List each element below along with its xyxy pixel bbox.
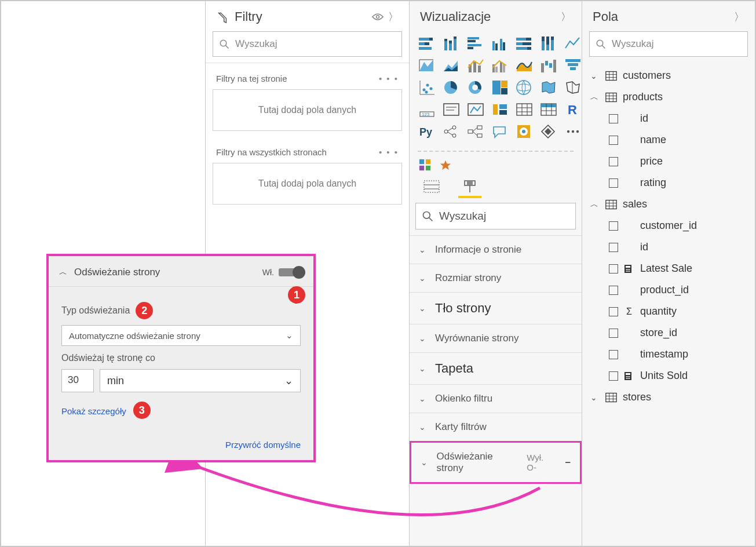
format-page-align[interactable]: ⌄Wyrównanie strony <box>410 324 582 352</box>
fields-column-store_id[interactable]: store_id <box>585 322 753 344</box>
svg-point-0 <box>377 16 379 19</box>
python-visual-icon[interactable]: Py <box>418 123 436 140</box>
waterfall-icon[interactable] <box>539 57 558 74</box>
more-icon[interactable]: • • • <box>379 147 399 157</box>
restore-defaults-link[interactable]: Przywróć domyślne <box>61 440 301 450</box>
refresh-toggle[interactable] <box>279 268 303 276</box>
fields-tab[interactable] <box>422 178 441 195</box>
line-clustered-column-icon[interactable] <box>491 57 509 74</box>
checkbox[interactable] <box>609 157 618 166</box>
checkbox[interactable] <box>609 136 618 145</box>
viz-format-search[interactable]: Wyszukaj <box>415 203 576 229</box>
stacked-bar-icon[interactable] <box>418 35 436 52</box>
checkbox[interactable] <box>609 307 618 316</box>
fields-column-price[interactable]: price <box>585 151 753 172</box>
marketplace-star-icon[interactable] <box>440 159 451 171</box>
scatter-icon[interactable] <box>418 79 436 96</box>
funnel-icon[interactable] <box>564 57 582 74</box>
svg-rect-47 <box>570 67 576 70</box>
refresh-interval-input[interactable]: 30 <box>61 369 94 392</box>
decomposition-tree-icon[interactable] <box>466 123 485 140</box>
checkbox[interactable] <box>609 329 618 338</box>
svg-point-130 <box>626 269 627 270</box>
stacked-column-icon[interactable] <box>442 35 461 52</box>
fields-column-product_id[interactable]: product_id <box>585 279 753 301</box>
arcgis-icon[interactable] <box>515 123 534 140</box>
calculator-icon <box>624 264 634 274</box>
svg-point-95 <box>522 130 525 133</box>
card-icon[interactable] <box>442 101 461 118</box>
pie-icon[interactable] <box>442 79 461 96</box>
format-filter-pane[interactable]: ⌄Okienko filtru <box>410 384 582 413</box>
collapse-icon[interactable]: 〉 <box>388 10 399 24</box>
chevron-up-icon[interactable]: ︿ <box>59 267 67 278</box>
fields-table-products[interactable]: ︿products <box>585 86 753 108</box>
checkbox[interactable] <box>609 286 618 295</box>
fields-column-id[interactable]: id <box>585 108 753 129</box>
clustered-column-icon[interactable] <box>491 35 509 52</box>
svg-line-110 <box>429 218 433 221</box>
format-filter-cards[interactable]: ⌄Karty filtrów <box>410 413 582 441</box>
line-stacked-column-icon[interactable] <box>466 57 485 74</box>
fields-column-name[interactable]: name <box>585 129 753 151</box>
format-page-refresh[interactable]: ⌄ Odświeżanie strony Wył. O- – <box>411 443 580 482</box>
refresh-unit-select[interactable]: min ⌄ <box>100 369 301 392</box>
gauge-icon[interactable]: 123 <box>418 101 436 118</box>
clustered-bar-icon[interactable] <box>466 35 485 52</box>
fields-table-stores[interactable]: ⌄stores <box>585 386 753 408</box>
matrix-icon[interactable] <box>539 101 558 118</box>
fields-column-id[interactable]: id <box>585 236 753 258</box>
donut-icon[interactable] <box>466 79 485 96</box>
format-page-background[interactable]: ⌄Tło strony <box>410 292 582 324</box>
fields-column-Latest-Sale[interactable]: Latest Sale <box>585 258 753 279</box>
collapse-icon[interactable]: 〉 <box>561 10 571 24</box>
refresh-type-select[interactable]: Automatyczne odświeżanie strony ⌄ <box>61 325 301 346</box>
treemap-icon[interactable] <box>491 79 509 96</box>
fields-column-customer_id[interactable]: customer_id <box>585 215 753 236</box>
filters-search[interactable]: Wyszukaj <box>213 31 402 57</box>
filters-page-dropzone[interactable]: Tutaj dodaj pola danych <box>213 89 402 131</box>
fields-column-timestamp[interactable]: timestamp <box>585 344 753 365</box>
format-wallpaper[interactable]: ⌄Tapeta <box>410 352 582 384</box>
more-visuals-icon[interactable] <box>564 123 582 140</box>
checkbox[interactable] <box>609 178 618 188</box>
multi-row-card-icon[interactable] <box>466 101 485 118</box>
checkbox[interactable] <box>609 264 618 274</box>
filters-all-dropzone[interactable]: Tutaj dodaj pola danych <box>213 163 402 205</box>
map-icon[interactable] <box>515 79 534 96</box>
table-icon[interactable] <box>515 101 534 118</box>
kpi-icon[interactable] <box>491 101 509 118</box>
show-details-link[interactable]: Pokaż szczegóły <box>61 406 126 416</box>
checkbox[interactable] <box>609 114 618 123</box>
power-apps-icon[interactable] <box>539 123 558 140</box>
checkbox[interactable] <box>609 221 618 231</box>
fields-column-Units-Sold[interactable]: Units Sold <box>585 365 753 386</box>
fields-table-sales[interactable]: ︿sales <box>585 194 753 215</box>
r-visual-icon[interactable]: R <box>564 101 582 118</box>
eye-icon[interactable] <box>372 13 384 21</box>
report-canvas[interactable]: ︿ Odświeżanie strony Wł. 1 Typ odświeżan… <box>1 1 206 546</box>
checkbox[interactable] <box>609 243 618 252</box>
stacked-area-icon[interactable] <box>442 57 461 74</box>
key-influencers-icon[interactable] <box>442 123 461 140</box>
line-chart-icon[interactable] <box>564 35 582 52</box>
fields-column-rating[interactable]: rating <box>585 172 753 194</box>
qa-visual-icon[interactable] <box>491 123 509 140</box>
fields-column-quantity[interactable]: Σquantity <box>585 301 753 322</box>
format-page-info[interactable]: ⌄Informacje o stronie <box>410 235 582 264</box>
filled-map-icon[interactable] <box>539 79 558 96</box>
shape-map-icon[interactable] <box>564 79 582 96</box>
checkbox[interactable] <box>609 350 618 359</box>
collapse-icon[interactable]: 〉 <box>734 10 744 24</box>
hundred-column-icon[interactable] <box>539 35 558 52</box>
more-icon[interactable]: • • • <box>379 74 399 83</box>
marketplace-tiles-icon[interactable] <box>419 159 432 172</box>
format-tab[interactable] <box>461 178 479 195</box>
format-page-size[interactable]: ⌄Rozmiar strony <box>410 264 582 292</box>
area-chart-icon[interactable] <box>418 57 436 74</box>
fields-search[interactable]: Wyszukaj <box>589 31 748 57</box>
ribbon-chart-icon[interactable] <box>515 57 534 74</box>
checkbox[interactable] <box>609 371 618 381</box>
hundred-bar-icon[interactable] <box>515 35 534 52</box>
fields-table-customers[interactable]: ⌄customers <box>585 65 753 86</box>
